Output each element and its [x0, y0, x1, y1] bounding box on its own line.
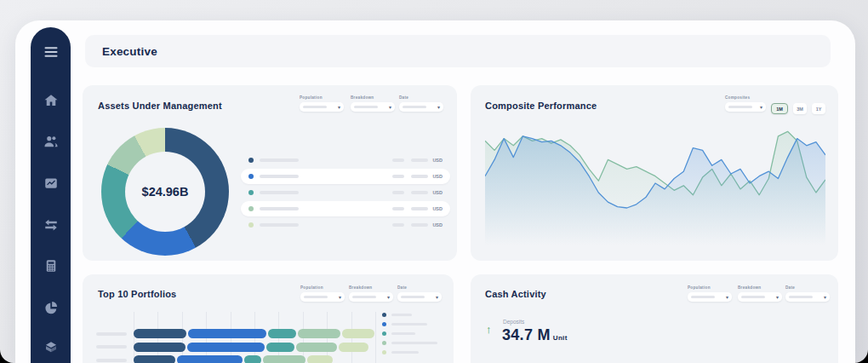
menu-icon[interactable] [43, 43, 60, 60]
filter-label: Composites [725, 95, 766, 100]
bar-segment [298, 329, 340, 338]
filter-label: Date [785, 285, 830, 290]
top10-legend [382, 313, 437, 360]
card-title: Cash Activity [485, 289, 546, 299]
breakdown-dropdown[interactable]: ▾ [738, 292, 782, 302]
date-dropdown[interactable]: ▾ [785, 292, 830, 302]
placeholder-bar [303, 106, 327, 108]
bar-segment [266, 343, 294, 352]
cash-activity-card: Cash Activity ↑ Deposits 34.7 MUnit Popu… [471, 274, 838, 363]
legend-value-placeholder [392, 223, 404, 227]
bar-segment [342, 329, 374, 338]
legend-name-placeholder [260, 158, 299, 162]
filter-label: Population [688, 285, 732, 290]
chevron-down-icon: ▾ [387, 295, 390, 300]
legend-currency: USD [432, 190, 443, 195]
page-header: Executive [85, 35, 831, 67]
legend-value-placeholder [392, 207, 404, 210]
legend-row[interactable]: USD [241, 201, 450, 216]
bar-segment [187, 343, 265, 352]
legend-color-dot [382, 322, 386, 326]
portfolio-bar-row[interactable] [96, 329, 376, 338]
legend-row[interactable]: USD [241, 153, 450, 168]
chevron-down-icon: ▾ [338, 105, 340, 110]
deposits-label: Deposits [503, 319, 524, 325]
range-button-1m[interactable]: 1M [771, 103, 788, 114]
legend-row[interactable]: USD [241, 217, 450, 233]
legend-entry [382, 350, 437, 354]
bar-segment [188, 329, 266, 338]
transfer-icon[interactable] [43, 217, 59, 233]
top10-portfolios-card: Top 10 Portfolios Population▾Breakdown▾D… [83, 274, 454, 363]
deposits-unit: Unit [553, 334, 568, 342]
breakdown-dropdown[interactable]: ▾ [349, 292, 393, 302]
legend-color-dot [382, 331, 386, 336]
card-title: Assets Under Management [98, 101, 222, 111]
bar-segment [339, 343, 368, 352]
pie-chart-icon[interactable] [43, 300, 59, 315]
range-button-1y[interactable]: 1Y [812, 103, 825, 114]
portfolio-bar-row[interactable] [96, 355, 334, 363]
legend-name-placeholder [260, 191, 299, 194]
population-dropdown[interactable]: ▾ [300, 102, 344, 112]
date-dropdown[interactable]: ▾ [399, 102, 443, 112]
placeholder-bar [728, 106, 752, 108]
layers-icon[interactable] [43, 340, 59, 355]
legend-currency: USD [432, 174, 443, 179]
population-dropdown[interactable]: ▾ [300, 292, 345, 302]
chevron-down-icon: ▾ [824, 295, 826, 300]
placeholder-bar [401, 296, 425, 298]
filter-population: Population▾ [300, 95, 344, 112]
filter-label: Population [300, 285, 345, 290]
bar-segment [244, 355, 261, 363]
legend-row[interactable]: USD [241, 185, 450, 200]
date-dropdown[interactable]: ▾ [397, 292, 442, 302]
filter-breakdown: Breakdown▾ [738, 285, 782, 302]
legend-amount-placeholder [411, 223, 428, 227]
filter-label: Breakdown [349, 285, 393, 290]
legend-value-placeholder [392, 191, 404, 194]
placeholder-bar [352, 296, 376, 298]
placeholder-bar [789, 296, 813, 298]
legend-row[interactable]: USD [241, 169, 450, 184]
chevron-down-icon: ▾ [726, 295, 728, 300]
filter-breakdown: Breakdown▾ [349, 285, 393, 302]
filter-population: Population▾ [300, 285, 345, 302]
population-dropdown[interactable]: ▾ [688, 292, 732, 302]
placeholder-bar [304, 296, 328, 298]
breakdown-dropdown[interactable]: ▾ [351, 102, 395, 112]
chart-icon[interactable] [43, 176, 59, 191]
home-icon[interactable] [43, 93, 59, 108]
legend-label-placeholder [391, 342, 437, 344]
range-button-3m[interactable]: 3M [793, 103, 807, 114]
aum-legend: USDUSDUSDUSDUSD [241, 153, 450, 233]
legend-color-dot [382, 313, 386, 317]
legend-color-dot [248, 190, 254, 195]
sidebar [31, 27, 71, 363]
calculator-icon[interactable] [43, 258, 59, 274]
placeholder-bar [691, 296, 715, 298]
filter-date: Date▾ [785, 285, 830, 302]
chevron-down-icon: ▾ [339, 295, 341, 300]
chevron-down-icon: ▾ [389, 105, 391, 110]
bar-segment [263, 355, 306, 363]
filter-composites: Composites▾ [725, 95, 766, 112]
legend-value-placeholder [392, 158, 404, 162]
users-icon[interactable] [43, 134, 59, 149]
composite-performance-card: Composite Performance 1M3M1Y Composites▾ [471, 85, 838, 261]
legend-currency: USD [432, 158, 443, 163]
legend-color-dot [248, 158, 254, 163]
placeholder-bar [354, 106, 378, 108]
filter-label: Date [399, 95, 443, 100]
legend-value-placeholder [392, 175, 404, 178]
legend-label-placeholder [391, 351, 419, 354]
card-title: Composite Performance [485, 101, 597, 111]
portfolio-bar-row[interactable] [96, 343, 370, 352]
filter-breakdown: Breakdown▾ [351, 95, 395, 112]
legend-color-dot [382, 350, 386, 354]
donut-hole: $24.96B [125, 152, 205, 232]
legend-amount-placeholder [411, 158, 428, 162]
card-title: Top 10 Portfolios [98, 289, 176, 299]
page-title: Executive [102, 45, 157, 58]
composites-dropdown[interactable]: ▾ [725, 102, 766, 112]
